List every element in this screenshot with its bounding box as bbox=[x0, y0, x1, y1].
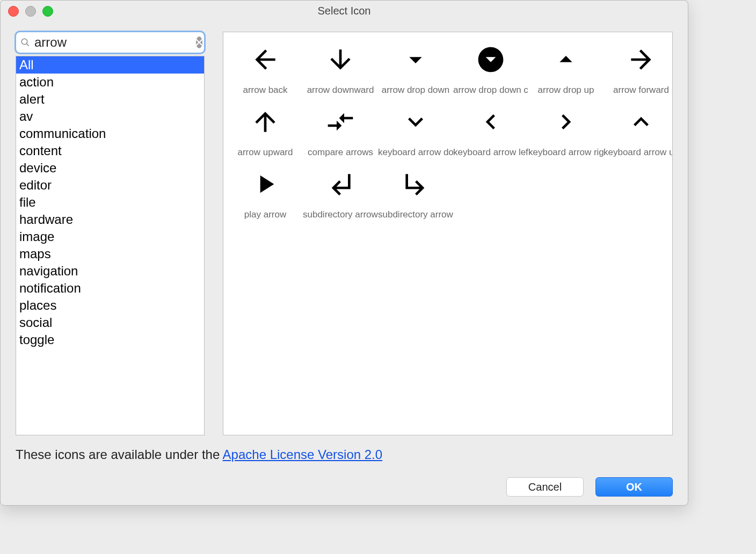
subdirectory-arrow-right-icon bbox=[378, 159, 453, 209]
sidebar: Allactionalertavcommunicationcontentdevi… bbox=[16, 32, 205, 435]
arrow-back-icon bbox=[228, 34, 303, 85]
footer: These icons are available under the Apac… bbox=[16, 447, 673, 497]
icon-label: arrow drop up bbox=[528, 85, 604, 97]
category-item[interactable]: image bbox=[16, 228, 204, 245]
icon-label: subdirectory arrow left bbox=[303, 209, 378, 221]
keyboard-arrow-left-icon bbox=[453, 97, 528, 147]
icon-cell[interactable]: play arrow bbox=[228, 159, 303, 221]
icon-cell[interactable]: keyboard arrow up bbox=[604, 97, 673, 159]
content-area: Allactionalertavcommunicationcontentdevi… bbox=[16, 32, 673, 435]
icon-label: arrow forward bbox=[604, 85, 673, 97]
window-title: Select Icon bbox=[318, 5, 371, 17]
category-item[interactable]: maps bbox=[16, 245, 204, 263]
arrow-drop-up-icon bbox=[528, 34, 604, 85]
category-item[interactable]: content bbox=[16, 142, 204, 159]
icon-label: arrow back bbox=[228, 85, 303, 97]
category-item[interactable]: av bbox=[16, 108, 204, 125]
category-list[interactable]: Allactionalertavcommunicationcontentdevi… bbox=[16, 56, 205, 435]
icon-cell[interactable]: keyboard arrow left bbox=[453, 97, 528, 159]
icon-cell[interactable]: compare arrows bbox=[303, 97, 378, 159]
icon-label: keyboard arrow left bbox=[453, 147, 528, 159]
icon-label: compare arrows bbox=[303, 147, 378, 159]
search-input[interactable] bbox=[33, 34, 196, 50]
arrow-drop-down-icon bbox=[378, 34, 453, 85]
icon-cell[interactable]: keyboard arrow down bbox=[378, 97, 453, 159]
icon-cell[interactable]: arrow back bbox=[228, 34, 303, 97]
icon-cell[interactable]: arrow downward bbox=[303, 34, 378, 97]
dialog-buttons: Cancel OK bbox=[16, 477, 673, 497]
icon-label: play arrow bbox=[228, 209, 303, 221]
icon-label: keyboard arrow down bbox=[378, 147, 453, 159]
keyboard-arrow-down-icon bbox=[378, 97, 453, 147]
category-item[interactable]: communication bbox=[16, 125, 204, 142]
category-item[interactable]: device bbox=[16, 159, 204, 177]
icon-cell[interactable]: arrow upward bbox=[228, 97, 303, 159]
icon-grid: arrow backarrow downwardarrow drop downa… bbox=[223, 32, 672, 223]
minimize-window-button[interactable] bbox=[25, 6, 36, 17]
icon-cell[interactable]: keyboard arrow right bbox=[528, 97, 604, 159]
svg-point-0 bbox=[21, 39, 27, 45]
category-item[interactable]: social bbox=[16, 314, 204, 331]
category-item[interactable]: notification bbox=[16, 280, 204, 297]
subdirectory-arrow-left-icon bbox=[303, 159, 378, 209]
dialog-window: Select Icon Allactionalertavcommunicatio… bbox=[0, 0, 688, 506]
titlebar: Select Icon bbox=[1, 1, 688, 21]
icon-label: keyboard arrow up bbox=[604, 147, 673, 159]
category-item[interactable]: toggle bbox=[16, 331, 204, 348]
search-icon bbox=[20, 38, 30, 47]
license-prefix: These icons are available under the bbox=[16, 447, 223, 462]
category-item[interactable]: All bbox=[16, 56, 204, 74]
arrow-downward-icon bbox=[303, 34, 378, 85]
keyboard-arrow-up-icon bbox=[604, 97, 673, 147]
icon-label: arrow drop down bbox=[378, 85, 453, 97]
clear-search-icon[interactable] bbox=[196, 37, 202, 48]
category-item[interactable]: navigation bbox=[16, 263, 204, 280]
keyboard-arrow-right-icon bbox=[528, 97, 604, 147]
category-item[interactable]: editor bbox=[16, 177, 204, 194]
play-arrow-icon bbox=[228, 159, 303, 209]
icon-cell[interactable]: arrow drop down circle bbox=[453, 34, 528, 97]
category-item[interactable]: alert bbox=[16, 91, 204, 108]
icon-label: arrow downward bbox=[303, 85, 378, 97]
arrow-forward-icon bbox=[604, 34, 673, 85]
arrow-upward-icon bbox=[228, 97, 303, 147]
icon-grid-panel: arrow backarrow downwardarrow drop downa… bbox=[223, 32, 673, 435]
compare-arrows-icon bbox=[303, 97, 378, 147]
icon-cell[interactable]: arrow drop down bbox=[378, 34, 453, 97]
icon-cell[interactable]: subdirectory arrow left bbox=[303, 159, 378, 221]
icon-cell[interactable]: subdirectory arrow right bbox=[378, 159, 453, 221]
icon-label: keyboard arrow right bbox=[528, 147, 604, 159]
license-text: These icons are available under the Apac… bbox=[16, 447, 673, 462]
search-field-wrapper[interactable] bbox=[16, 32, 205, 53]
icon-label: subdirectory arrow right bbox=[378, 209, 453, 221]
ok-button[interactable]: OK bbox=[595, 477, 673, 497]
arrow-drop-down-circle-icon bbox=[453, 34, 528, 85]
icon-cell[interactable]: arrow forward bbox=[604, 34, 673, 97]
zoom-window-button[interactable] bbox=[42, 6, 53, 17]
category-item[interactable]: file bbox=[16, 194, 204, 211]
category-item[interactable]: hardware bbox=[16, 211, 204, 228]
category-item[interactable]: places bbox=[16, 297, 204, 314]
category-item[interactable]: action bbox=[16, 74, 204, 91]
icon-cell[interactable]: arrow drop up bbox=[528, 34, 604, 97]
license-link[interactable]: Apache License Version 2.0 bbox=[223, 447, 383, 462]
close-window-button[interactable] bbox=[8, 6, 19, 17]
window-controls bbox=[8, 6, 53, 17]
cancel-button[interactable]: Cancel bbox=[506, 477, 584, 497]
svg-line-1 bbox=[27, 44, 29, 46]
icon-label: arrow upward bbox=[228, 147, 303, 159]
icon-label: arrow drop down circle bbox=[453, 85, 528, 97]
